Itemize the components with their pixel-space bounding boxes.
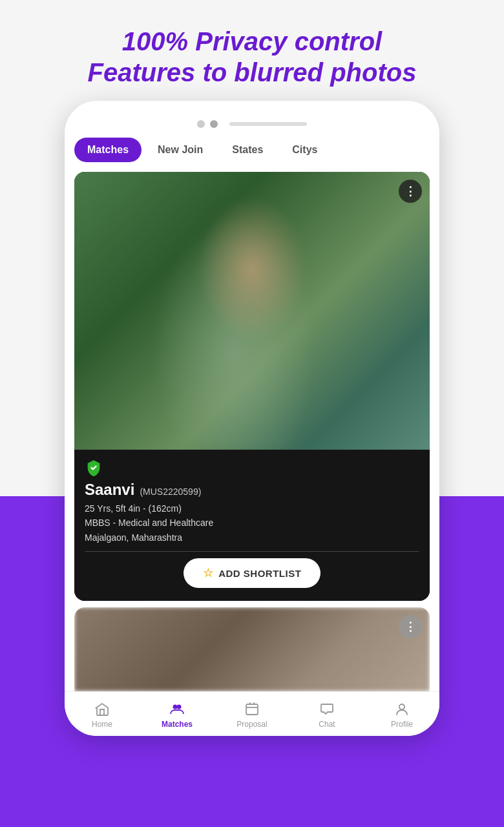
tab-bar: Matches New Join States Citys: [65, 138, 439, 172]
tab-states[interactable]: States: [219, 138, 276, 162]
nav-chat-label: Chat: [319, 720, 335, 729]
star-icon: ☆: [203, 566, 214, 580]
header-title: 100% Privacy control Features to blurred…: [75, 0, 430, 101]
profile-icon: [394, 702, 410, 717]
nav-home-label: Home: [92, 720, 112, 729]
nav-matches[interactable]: Matches: [140, 698, 215, 732]
nav-home[interactable]: Home: [65, 698, 140, 732]
phone-top-bar: [65, 114, 439, 138]
profile-location: Majalgaon, Maharashtra: [85, 530, 419, 545]
svg-point-0: [173, 705, 178, 709]
nav-profile-label: Profile: [391, 720, 413, 729]
profile-name: Saanvi: [85, 481, 134, 499]
profile-card-1: ⋮ Saanvi (MUS2220599) 25 Yrs, 5ft 4in - …: [74, 172, 430, 601]
nav-profile[interactable]: Profile: [364, 698, 439, 732]
card-info-section: Saanvi (MUS2220599) 25 Yrs, 5ft 4in - (1…: [74, 450, 430, 601]
nav-chat[interactable]: Chat: [289, 698, 364, 732]
chat-icon: [319, 702, 335, 717]
card-menu-button[interactable]: ⋮: [399, 180, 422, 203]
nav-matches-label: Matches: [162, 720, 193, 729]
dot-indicator-1: [197, 120, 205, 128]
tab-matches[interactable]: Matches: [74, 138, 142, 162]
svg-point-1: [177, 705, 182, 709]
profile-name-line: Saanvi (MUS2220599): [85, 481, 419, 499]
phone-mockup: Matches New Join States Citys ⋮ Saanvi (…: [65, 101, 439, 736]
bottom-navigation: Home Matches Proposal Chat: [65, 691, 439, 736]
tab-citys[interactable]: Citys: [279, 138, 330, 162]
shortlist-label: ADD SHORTLIST: [218, 568, 301, 579]
profile-id: (MUS2220599): [140, 487, 201, 497]
card-divider: [85, 551, 419, 552]
svg-point-3: [399, 704, 404, 709]
matches-icon: [169, 702, 185, 717]
proposal-icon: [244, 702, 260, 717]
svg-rect-2: [246, 704, 258, 715]
blurred-photo: [74, 172, 430, 450]
profile-age-height: 25 Yrs, 5ft 4in - (162cm): [85, 501, 419, 516]
verified-shield-icon: [85, 459, 103, 477]
shortlist-button[interactable]: ☆ ADD SHORTLIST: [184, 558, 321, 588]
nav-proposal[interactable]: Proposal: [215, 698, 289, 732]
profile-card-1-image: ⋮: [74, 172, 430, 450]
tab-new-join[interactable]: New Join: [145, 138, 216, 162]
home-icon: [94, 702, 110, 717]
card2-menu-button[interactable]: ⋮: [399, 615, 422, 638]
profile-card-2-image: [74, 607, 430, 691]
status-bar-pill: [229, 122, 307, 126]
nav-proposal-label: Proposal: [236, 720, 267, 729]
profile-education: MBBS - Medical and Healthcare: [85, 516, 419, 530]
dot-indicator-2: [210, 120, 218, 128]
profile-card-2: ⋮: [74, 607, 430, 691]
